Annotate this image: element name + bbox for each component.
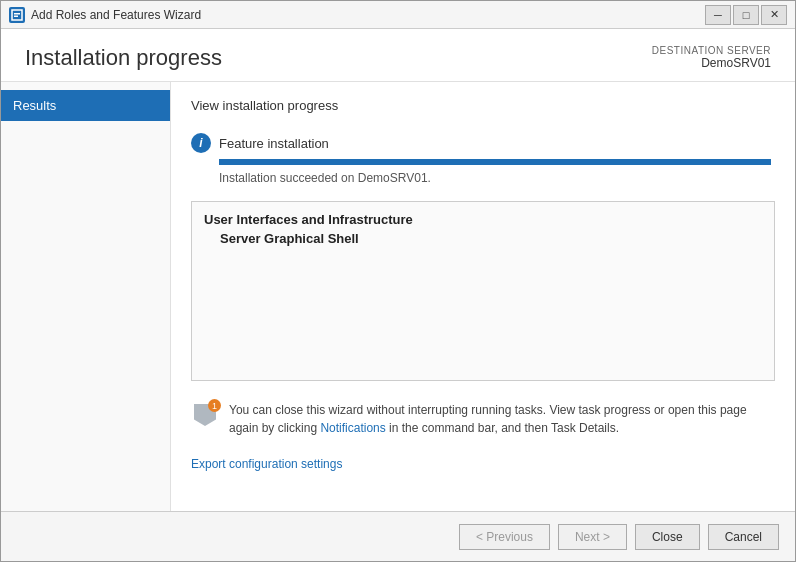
destination-server: DESTINATION SERVER DemoSRV01: [652, 45, 771, 70]
sidebar: Results: [1, 82, 171, 511]
feature-list-item-0: User Interfaces and Infrastructure: [204, 212, 762, 227]
info-icon: i: [191, 133, 211, 153]
titlebar-icon: [9, 7, 25, 23]
progress-bar-container: [219, 159, 771, 165]
titlebar-title: Add Roles and Features Wizard: [31, 8, 705, 22]
content-area: View installation progress i Feature ins…: [171, 82, 795, 511]
feature-list-box: User Interfaces and Infrastructure Serve…: [191, 201, 775, 381]
notification-block: 1 You can close this wizard without inte…: [191, 393, 775, 445]
titlebar-controls: ─ □ ✕: [705, 5, 787, 25]
section-title: View installation progress: [191, 98, 775, 113]
feature-install-block: i Feature installation Installation succ…: [191, 133, 775, 185]
progress-success-text: Installation succeeded on DemoSRV01.: [219, 171, 775, 185]
notification-icon-wrapper: 1: [191, 401, 219, 429]
titlebar-close-button[interactable]: ✕: [761, 5, 787, 25]
previous-button[interactable]: < Previous: [459, 524, 550, 550]
feature-list-item-1: Server Graphical Shell: [220, 231, 762, 246]
feature-install-title: Feature installation: [219, 136, 329, 151]
main-content: Installation progress DESTINATION SERVER…: [1, 29, 795, 511]
notification-text-after: in the command bar, and then Task Detail…: [386, 421, 619, 435]
header: Installation progress DESTINATION SERVER…: [1, 29, 795, 82]
svg-rect-0: [12, 10, 22, 20]
sidebar-item-results[interactable]: Results: [1, 90, 170, 121]
footer: < Previous Next > Close Cancel: [1, 511, 795, 561]
body: Results View installation progress i Fea…: [1, 82, 795, 511]
badge-number: 1: [208, 399, 221, 412]
feature-install-header: i Feature installation: [191, 133, 775, 153]
progress-bar-fill: [219, 159, 771, 165]
export-configuration-link[interactable]: Export configuration settings: [191, 457, 775, 471]
titlebar: Add Roles and Features Wizard ─ □ ✕: [1, 1, 795, 29]
svg-rect-2: [14, 15, 18, 17]
cancel-button[interactable]: Cancel: [708, 524, 779, 550]
minimize-button[interactable]: ─: [705, 5, 731, 25]
destination-name: DemoSRV01: [652, 56, 771, 70]
page-title: Installation progress: [25, 45, 222, 71]
maximize-button[interactable]: □: [733, 5, 759, 25]
next-button[interactable]: Next >: [558, 524, 627, 550]
notification-text: You can close this wizard without interr…: [229, 401, 775, 437]
close-button[interactable]: Close: [635, 524, 700, 550]
sidebar-item-label: Results: [13, 98, 56, 113]
wizard-window: Add Roles and Features Wizard ─ □ ✕ Inst…: [0, 0, 796, 562]
destination-label: DESTINATION SERVER: [652, 45, 771, 56]
svg-rect-1: [14, 13, 20, 15]
notifications-link[interactable]: Notifications: [320, 421, 385, 435]
